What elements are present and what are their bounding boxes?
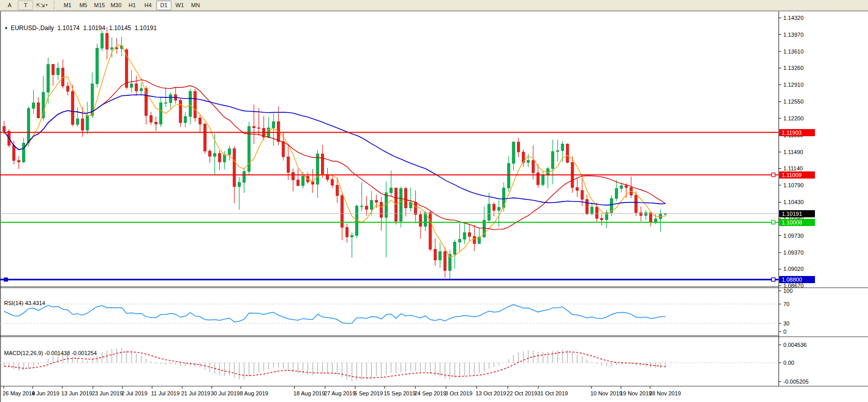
date-axis-label: 10 Nov 2019 — [590, 390, 622, 396]
ohlc-low: 1.10145 — [109, 24, 131, 32]
current-price-tag: 1.10191 — [779, 210, 815, 217]
price-axis-label: 1.12550 — [783, 98, 804, 105]
price-axis-label: 1.10430 — [783, 199, 804, 205]
price-axis-label: 1.12910 — [783, 82, 804, 88]
price-axis-label: 1.09020 — [783, 266, 804, 272]
date-axis-label: 26 May 2019 — [3, 390, 35, 396]
ohlc-high: 1.10194 — [83, 24, 105, 32]
timeframe-button-m30[interactable]: M30 — [108, 1, 124, 10]
date-axis-label: 2 Jul 2019 — [121, 390, 147, 396]
rsi-axis-label: 70 — [783, 301, 789, 307]
chart-title: ▼EURUSD-,Daily1.101741.101941.101451.101… — [4, 24, 157, 32]
price-axis-label: 1.12200 — [783, 115, 804, 121]
price-axis-label: 1.09370 — [783, 249, 804, 256]
text-label-tool-button[interactable]: A — [2, 1, 17, 10]
price-axis-label: 1.13610 — [783, 48, 804, 55]
date-axis-label: 31 Oct 2019 — [537, 390, 568, 396]
rsi-axis-label: 30 — [783, 320, 789, 326]
date-axis-label: 11 Jul 2019 — [151, 390, 180, 396]
support2-price-tag: 1.08800 — [779, 276, 815, 283]
rsi-axis-label: 0 — [783, 329, 786, 335]
date-axis-label: 24 Sep 2019 — [414, 390, 446, 396]
cursor-arrows-icon: ⇱⇲ — [36, 3, 45, 8]
date-axis-label: 15 Sep 2019 — [384, 390, 415, 396]
support-price-tag: 1.10008 — [779, 219, 815, 226]
date-axis-label: 19 Nov 2019 — [620, 390, 652, 396]
timeframe-bar: M1M5M15M30H1H4D1W1MN — [60, 1, 203, 10]
timeframe-button-h4[interactable]: H4 — [140, 1, 156, 10]
toolbar-separator — [54, 1, 57, 9]
timeframe-button-m15[interactable]: M15 — [91, 1, 107, 10]
date-axis-label: 27 Aug 2019 — [324, 390, 356, 396]
ohlc-close: 1.10191 — [135, 24, 157, 32]
date-axis-label: 3 Oct 2019 — [445, 390, 473, 396]
macd-axis-label: 0.00 — [783, 360, 794, 366]
price-axis-label: 1.11490 — [783, 149, 803, 155]
timeframe-button-m5[interactable]: M5 — [76, 1, 91, 10]
price-axis-label: 1.09730 — [783, 233, 804, 239]
date-axis-label: 28 Nov 2019 — [649, 390, 681, 396]
cursor-tool-button[interactable]: ⇱⇲ ▾ — [34, 1, 50, 10]
mt4-terminal: A T ⇱⇲ ▾ M1M5M15M30H1H4D1W1MN ▼EURUSD-,D… — [0, 0, 868, 402]
date-axis-label: 23 Jun 2019 — [92, 390, 123, 396]
resistance2-price-tag: 1.11009 — [779, 171, 815, 179]
date-axis-label: 8 Aug 2019 — [240, 390, 268, 396]
macd-indicator-label: MACD(12,26,9) -0.001438 -0.001254 — [4, 350, 97, 356]
symbol-dropdown-icon[interactable]: ▼ — [4, 26, 8, 31]
toolbar: A T ⇱⇲ ▾ M1M5M15M30H1H4D1W1MN — [0, 0, 868, 11]
date-axis-label: 13 Oct 2019 — [476, 390, 506, 396]
date-axis-label: 13 Jun 2019 — [61, 390, 92, 396]
symbol-name: EURUSD-,Daily — [11, 24, 54, 32]
timeframe-button-w1[interactable]: W1 — [172, 1, 187, 10]
date-axis-label: 5 Sep 2019 — [354, 390, 383, 396]
timeframe-button-mn[interactable]: MN — [188, 1, 203, 10]
resistance-price-tag: 1.11903 — [779, 129, 815, 136]
ohlc-open: 1.10174 — [58, 24, 80, 32]
macd-axis-label: 0.004536 — [783, 342, 807, 348]
date-axis-label: 22 Oct 2019 — [507, 390, 537, 396]
text-tool-button[interactable]: T — [18, 1, 33, 10]
timeframe-button-m1[interactable]: M1 — [60, 1, 75, 10]
price-axis-label: 1.13260 — [783, 65, 804, 71]
date-axis-label: 21 Jul 2019 — [181, 390, 210, 396]
timeframe-button-d1[interactable]: D1 — [156, 1, 171, 10]
price-axis-label: 1.14320 — [783, 15, 804, 21]
date-axis-label: 4 Jun 2019 — [32, 390, 59, 396]
date-axis-label: 18 Aug 2019 — [293, 390, 325, 396]
timeframe-button-h1[interactable]: H1 — [125, 1, 140, 10]
date-axis-label: 30 Jul 2019 — [211, 390, 240, 396]
macd-axis-label: -0.005205 — [783, 379, 809, 385]
chart-window[interactable]: ▼EURUSD-,Daily1.101741.101941.101451.101… — [0, 11, 868, 402]
price-axis-label: 1.13970 — [783, 32, 804, 38]
rsi-indicator-label: RSI(14) 43.4314 — [4, 300, 45, 306]
rsi-axis-label: 100 — [783, 288, 792, 294]
price-axis-label: 1.10790 — [783, 182, 804, 188]
chevron-down-icon: ▾ — [46, 3, 48, 7]
